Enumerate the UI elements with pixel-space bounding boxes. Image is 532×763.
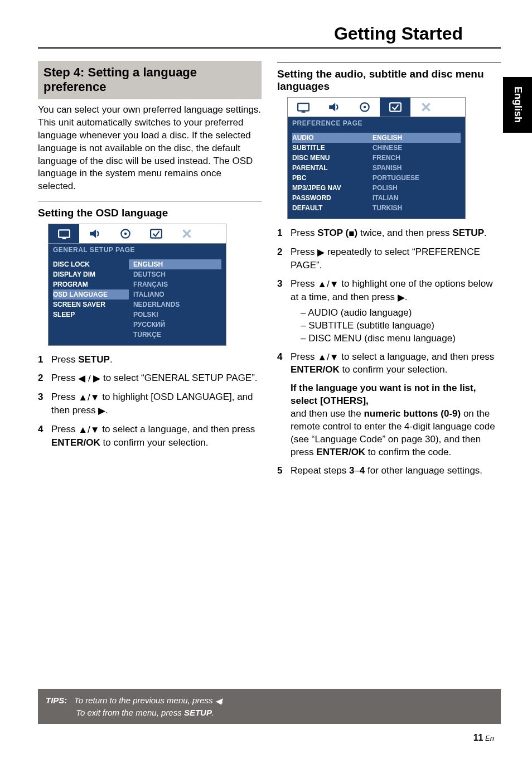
columns: Step 4: Setting a language preference Yo…: [38, 61, 501, 483]
up-down-icon: ▲/▼: [78, 392, 99, 404]
step-4: Press ▲/▼ to select a language, and then…: [38, 423, 262, 450]
stop-icon: ■: [349, 228, 354, 240]
step-5: Repeat steps 3–4 for other language sett…: [277, 465, 501, 477]
osd-value: CHINESE: [368, 143, 461, 153]
svg-point-12: [363, 106, 365, 108]
osd-value: DEUTSCH: [129, 269, 221, 279]
step-2: Press ◀ / ▶ to select “GENERAL SETUP PAG…: [38, 372, 262, 385]
osd-value: ENGLISH: [129, 259, 221, 269]
check-icon: [380, 98, 410, 117]
section-rule: [277, 62, 501, 62]
osd-item: [53, 320, 129, 330]
x-icon: [171, 224, 202, 243]
speaker-icon: [79, 224, 110, 243]
osd-value: TURKISH: [368, 203, 461, 213]
step-1: Press SETUP.: [38, 354, 262, 366]
page-number: 11 En: [473, 733, 494, 743]
disc-icon: [110, 224, 141, 243]
left-right-icon: ◀ / ▶: [78, 373, 100, 385]
language-tab: English: [503, 77, 532, 133]
osd-value: PORTUGUESE: [368, 173, 461, 183]
osd-item: PBC: [292, 173, 368, 183]
osd-item: DISPLAY DIM: [53, 269, 129, 279]
right-steps: Press STOP (■) twice, and then press SET…: [277, 227, 501, 477]
svg-point-4: [124, 233, 126, 235]
step-2: Press ▶ repeatedly to select “PREFERENCE…: [277, 246, 501, 272]
disc-icon: [349, 98, 380, 117]
right-icon: ▶: [398, 292, 405, 305]
up-down-icon: ▲/▼: [317, 278, 338, 291]
tv-icon: [49, 224, 79, 243]
step-3: Press ▲/▼ to highlight one of the option…: [277, 278, 501, 345]
title-rule: [38, 47, 501, 49]
osd-body: AUDIOENGLISH SUBTITLECHINESE DISC MENUFR…: [288, 129, 465, 219]
osd-value: POLSKI: [129, 310, 221, 320]
osd-item: DEFAULT: [292, 203, 368, 213]
osd-item: PARENTAL: [292, 163, 368, 173]
section-rule: [38, 201, 262, 201]
sub-item: SUBTITLE (subtitle language): [301, 320, 501, 332]
osd-value: SPANISH: [368, 163, 461, 173]
osd-page-label: PREFERENCE PAGE: [288, 117, 465, 129]
osd-tabs: [49, 224, 226, 244]
check-icon: [141, 224, 171, 243]
tips-label: TIPS:: [46, 696, 67, 705]
speaker-icon: [318, 98, 349, 117]
osd-preference: PREFERENCE PAGE AUDIOENGLISH SUBTITLECHI…: [287, 97, 466, 219]
osd-item: SUBTITLE: [292, 143, 368, 153]
right-icon: ▶: [317, 247, 325, 259]
osd-value: ENGLISH: [368, 133, 461, 143]
osd-value: РУССКИЙ: [129, 320, 221, 330]
svg-rect-1: [62, 238, 66, 239]
osd-value: FRENCH: [368, 153, 461, 163]
others-note: If the language you want is not in the l…: [291, 382, 501, 459]
svg-rect-9: [301, 112, 305, 113]
osd-item: SLEEP: [53, 310, 129, 320]
page: Getting Started English Step 4: Setting …: [0, 0, 532, 763]
osd-value: ITALIAN: [368, 193, 461, 203]
step4-heading: Step 4: Setting a language preference: [38, 61, 262, 99]
svg-rect-8: [298, 103, 309, 110]
osd-tabs: [288, 98, 465, 117]
osd-item: DISC MENU: [292, 153, 368, 163]
up-down-icon: ▲/▼: [317, 351, 338, 364]
osd-item: [53, 330, 129, 340]
step-3: Press ▲/▼ to highlight [OSD LANGUAGE], a…: [38, 391, 262, 418]
left-column: Step 4: Setting a language preference Yo…: [38, 61, 262, 483]
osd-item: AUDIO: [292, 133, 368, 143]
osd-item: PASSWORD: [292, 193, 368, 203]
right-icon: ▶: [98, 405, 105, 418]
osd-item: MP3/JPEG NAV: [292, 183, 368, 193]
svg-rect-5: [151, 230, 162, 238]
intro-paragraph: You can select your own preferred langua…: [38, 104, 262, 194]
osd-item: OSD LANGUAGE: [53, 289, 129, 300]
page-title: Getting Started: [38, 23, 502, 44]
osd-item: PROGRAM: [53, 279, 129, 289]
svg-rect-0: [59, 230, 70, 238]
osd-general-setup: GENERAL SETUP PAGE DISC LOCKENGLISH DISP…: [48, 224, 226, 346]
left-icon: ◀: [215, 695, 222, 707]
left-steps: Press SETUP. Press ◀ / ▶ to select “GENE…: [38, 354, 262, 450]
osd-page-label: GENERAL SETUP PAGE: [49, 244, 226, 256]
svg-rect-13: [390, 103, 401, 111]
osd-value: TÜRKÇE: [129, 330, 221, 340]
svg-marker-2: [90, 230, 96, 238]
x-icon: [410, 98, 441, 117]
tips-bar: TIPS: To return to the previous menu, pr…: [38, 689, 501, 724]
sub-item: AUDIO (audio language): [301, 307, 501, 320]
svg-marker-10: [329, 103, 335, 111]
up-down-icon: ▲/▼: [78, 424, 99, 437]
osd-item: SCREEN SAVER: [53, 300, 129, 310]
step-1: Press STOP (■) twice, and then press SET…: [277, 227, 501, 240]
osd-value: ITALIANO: [129, 289, 221, 300]
osd-language-heading: Setting the OSD language: [38, 207, 262, 219]
right-column: Setting the audio, subtitle and disc men…: [277, 61, 501, 483]
osd-value: FRANÇAIS: [129, 279, 221, 289]
tv-icon: [288, 98, 318, 117]
osd-body: DISC LOCKENGLISH DISPLAY DIMDEUTSCH PROG…: [49, 256, 226, 345]
osd-item: DISC LOCK: [53, 259, 129, 269]
audio-subtitle-heading: Setting the audio, subtitle and disc men…: [277, 68, 501, 93]
osd-value: POLISH: [368, 183, 461, 193]
sub-item: DISC MENU (disc menu language): [301, 332, 501, 345]
osd-value: NEDERLANDS: [129, 300, 221, 310]
